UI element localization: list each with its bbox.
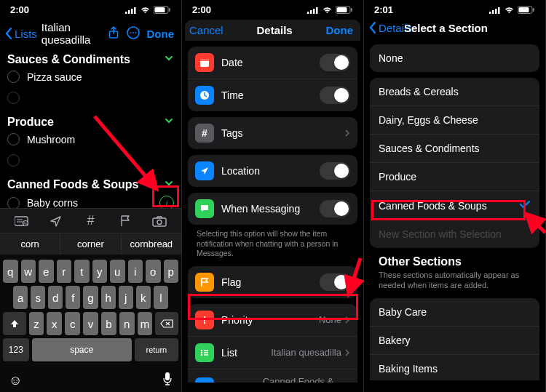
location-icon[interactable] — [39, 215, 73, 228]
key-f[interactable]: f — [66, 286, 80, 309]
key-b[interactable]: b — [101, 312, 116, 335]
key-y[interactable]: y — [92, 260, 108, 283]
key-n[interactable]: n — [119, 312, 135, 335]
priority-row[interactable]: ! Priority None — [188, 304, 357, 336]
emoji-icon[interactable]: ☺ — [9, 373, 22, 388]
svg-point-35 — [201, 354, 202, 356]
navbar: Details Select a Section — [364, 17, 545, 39]
key-d[interactable]: d — [48, 286, 63, 309]
key-w[interactable]: w — [21, 260, 36, 283]
list-item[interactable]: Mushroom — [0, 129, 181, 150]
toggle-switch[interactable] — [320, 54, 350, 71]
svg-rect-3 — [134, 7, 136, 14]
back-button[interactable]: Lists — [4, 27, 37, 40]
section-option[interactable]: Breads & Cereals — [370, 78, 539, 105]
section-option[interactable]: Produce — [370, 162, 539, 191]
flag-row[interactable]: Flag — [188, 266, 357, 298]
collapse-icon[interactable] — [164, 53, 174, 66]
page-title: Select a Section — [383, 22, 509, 34]
section-option[interactable]: Bakery — [370, 326, 539, 354]
section-icon — [195, 377, 214, 383]
row-label: Priority — [221, 314, 253, 326]
list-row[interactable]: List Italian quesadilla — [188, 336, 357, 369]
key-a[interactable]: a — [13, 286, 28, 309]
option-label: Breads & Cereals — [379, 86, 459, 97]
list-item-empty[interactable] — [0, 87, 181, 108]
key-r[interactable]: r — [57, 260, 72, 283]
key-l[interactable]: l — [154, 286, 168, 309]
key-z[interactable]: z — [29, 312, 44, 335]
toggle-switch[interactable] — [320, 87, 350, 104]
delete-key[interactable] — [155, 312, 178, 335]
key-h[interactable]: h — [101, 286, 116, 309]
key-p[interactable]: p — [164, 260, 179, 283]
toggle-switch[interactable] — [320, 162, 350, 180]
suggestion[interactable]: corner — [60, 233, 121, 255]
svg-rect-50 — [519, 7, 529, 12]
section-option[interactable]: Baby Care — [370, 298, 539, 326]
radio-icon[interactable] — [7, 133, 20, 145]
shift-key[interactable] — [3, 312, 26, 335]
cancel-button[interactable]: Cancel — [189, 24, 223, 36]
key-m[interactable]: m — [138, 312, 153, 335]
messaging-row[interactable]: When Messaging — [188, 193, 357, 225]
cellular-signal-icon — [307, 7, 319, 14]
toggle-switch[interactable] — [320, 273, 350, 291]
done-button[interactable]: Done — [147, 28, 175, 40]
list-format-icon[interactable]: Aa — [4, 215, 39, 227]
tags-row[interactable]: # Tags — [188, 117, 357, 149]
time-row[interactable]: Time — [188, 79, 357, 111]
location-row[interactable]: Location — [188, 155, 357, 187]
key-c[interactable]: c — [65, 312, 80, 335]
key-v[interactable]: v — [83, 312, 98, 335]
key-o[interactable]: o — [146, 260, 161, 283]
new-section-input[interactable]: New Section with Selection — [370, 220, 539, 248]
option-label: None — [379, 52, 403, 64]
section-option-selected[interactable]: Canned Foods & Soups — [370, 191, 539, 220]
key-x[interactable]: x — [47, 312, 62, 335]
key-g[interactable]: g — [83, 286, 98, 309]
key-t[interactable]: t — [74, 260, 90, 283]
section-option[interactable]: Baking Items — [370, 354, 539, 380]
key-q[interactable]: q — [3, 260, 18, 283]
return-key[interactable]: return — [135, 338, 178, 361]
camera-icon[interactable] — [143, 215, 177, 227]
section-row[interactable]: Section Canned Foods & Soups — [188, 369, 357, 383]
key-k[interactable]: k — [136, 286, 151, 309]
more-icon[interactable] — [127, 26, 140, 41]
done-button[interactable]: Done — [326, 24, 354, 36]
mic-icon[interactable] — [162, 372, 173, 389]
flag-icon[interactable] — [108, 215, 142, 228]
svg-point-9 — [130, 32, 131, 33]
toggle-switch[interactable] — [320, 200, 350, 217]
pane-details: 2:00 Cancel Details Done Date Time — [182, 0, 364, 392]
numbers-key[interactable]: 123 — [3, 338, 29, 361]
list-item[interactable]: Pizza sauce — [0, 66, 181, 87]
hashtag-icon[interactable]: # — [74, 213, 108, 228]
section-option-none[interactable]: None — [370, 44, 539, 72]
pane-list: 2:00 Lists Italian quesadilla Done Sauce… — [0, 0, 182, 392]
footnote: Selecting this option will show the item… — [188, 225, 357, 260]
key-i[interactable]: i — [128, 260, 143, 283]
svg-rect-19 — [165, 372, 170, 380]
keyboard-bottom: ☺ — [0, 367, 181, 392]
radio-icon[interactable] — [7, 71, 20, 83]
key-j[interactable]: j — [119, 286, 133, 309]
collapse-icon[interactable] — [164, 178, 174, 191]
share-icon[interactable] — [108, 26, 119, 41]
radio-icon[interactable] — [7, 197, 20, 209]
item-label: Baby corns — [27, 197, 78, 209]
space-key[interactable]: space — [32, 338, 132, 361]
cellular-signal-icon — [125, 7, 137, 14]
suggestion[interactable]: cornbread — [122, 233, 181, 255]
row-label: Flag — [221, 276, 241, 288]
collapse-icon[interactable] — [164, 116, 174, 129]
key-e[interactable]: e — [39, 260, 54, 283]
section-option[interactable]: Dairy, Eggs & Cheese — [370, 105, 539, 134]
key-s[interactable]: s — [31, 286, 45, 309]
suggestion[interactable]: corn — [0, 233, 60, 255]
section-option[interactable]: Sauces & Condiments — [370, 134, 539, 162]
date-row[interactable]: Date — [188, 47, 357, 79]
key-u[interactable]: u — [110, 260, 125, 283]
list-item-empty[interactable] — [0, 150, 181, 171]
